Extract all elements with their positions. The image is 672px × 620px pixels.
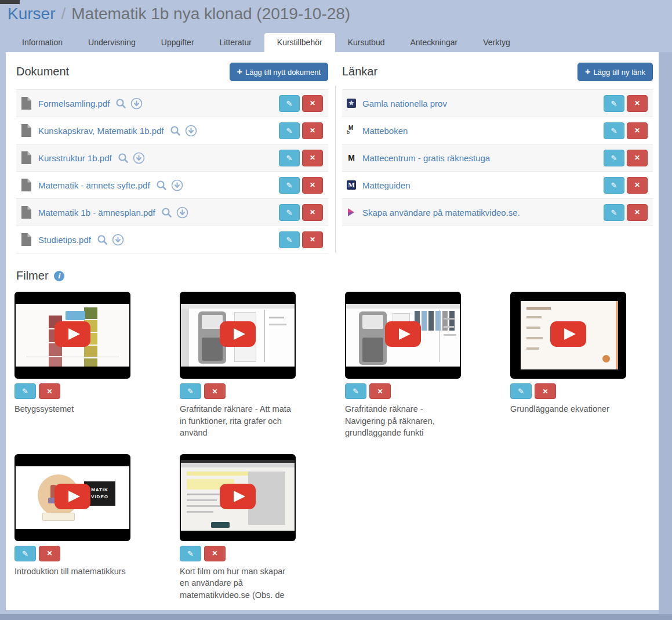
breadcrumb: Kurser/Matematik 1b nya klonad (2019-10-…: [8, 5, 350, 23]
file-icon: [21, 178, 32, 192]
edit-link-button[interactable]: ✎: [604, 122, 624, 139]
edit-video-button[interactable]: ✎: [14, 546, 36, 561]
delete-document-button[interactable]: ✕: [302, 177, 323, 194]
thumb-art: [84, 307, 97, 319]
delete-document-button[interactable]: ✕: [302, 122, 323, 139]
download-icon[interactable]: [130, 97, 143, 110]
add-link-button[interactable]: + Lägg till ny länk: [577, 63, 653, 81]
delete-link-button[interactable]: ✕: [627, 95, 648, 112]
edit-document-button[interactable]: ✎: [279, 177, 300, 194]
link-anchor[interactable]: Skapa användare på matematikvideo.se.: [362, 208, 520, 217]
edit-video-button[interactable]: ✎: [14, 383, 36, 399]
delete-video-button[interactable]: ✕: [369, 383, 391, 399]
document-link[interactable]: Formelsamling.pdf: [38, 99, 110, 108]
preview-icon[interactable]: [97, 234, 108, 245]
edit-document-button[interactable]: ✎: [279, 150, 300, 166]
tab-uppgifter[interactable]: Uppgifter: [148, 33, 207, 52]
link-anchor[interactable]: Matteboken: [362, 126, 408, 136]
tab-anteckningar[interactable]: Anteckningar: [397, 33, 470, 52]
delete-video-button[interactable]: ✕: [204, 546, 226, 561]
file-icon: [21, 233, 32, 246]
edit-link-button[interactable]: ✎: [604, 204, 624, 221]
delete-document-button[interactable]: ✕: [302, 95, 323, 112]
preview-icon[interactable]: [156, 180, 167, 191]
edit-document-button[interactable]: ✎: [279, 204, 300, 221]
video-thumbnail[interactable]: [14, 292, 130, 379]
video-grid: ✎ ✕ Betygssystemet: [14, 292, 652, 601]
delete-link-button[interactable]: ✕: [627, 122, 648, 139]
edit-link-button[interactable]: ✎: [604, 95, 624, 112]
preview-icon[interactable]: [161, 207, 172, 218]
tab-kurstillbehor[interactable]: Kurstillbehör: [264, 33, 335, 52]
delete-video-button[interactable]: ✕: [39, 383, 60, 399]
edit-video-button[interactable]: ✎: [180, 546, 201, 561]
link-anchor[interactable]: Matteguiden: [362, 180, 411, 190]
document-link[interactable]: Kursstruktur 1b.pdf: [38, 153, 112, 163]
navy-m-icon: M: [347, 180, 356, 190]
video-caption: Grafritande räknare - Att mata in funkti…: [180, 403, 296, 439]
close-icon: ✕: [310, 181, 315, 189]
delete-document-button[interactable]: ✕: [302, 231, 323, 248]
document-link[interactable]: Matematik - ämnets syfte.pdf: [38, 180, 150, 190]
play-button[interactable]: [220, 321, 256, 349]
play-button[interactable]: [55, 484, 90, 512]
tab-litteratur[interactable]: Litteratur: [207, 33, 264, 52]
video-thumbnail[interactable]: MATIKVIDEO: [14, 454, 130, 541]
delete-document-button[interactable]: ✕: [302, 150, 323, 166]
document-link[interactable]: Matematik 1b - ämnesplan.pdf: [38, 208, 155, 217]
edit-video-button[interactable]: ✎: [345, 383, 366, 399]
tab-verktyg[interactable]: Verktyg: [470, 33, 523, 52]
edit-document-button[interactable]: ✎: [279, 231, 300, 248]
breadcrumb-courses-link[interactable]: Kurser: [8, 5, 55, 23]
delete-link-button[interactable]: ✕: [627, 177, 648, 194]
video-thumbnail[interactable]: [180, 454, 296, 541]
play-button[interactable]: [550, 321, 586, 349]
tab-kursutbud[interactable]: Kursutbud: [335, 33, 398, 52]
delete-video-button[interactable]: ✕: [39, 546, 60, 561]
delete-link-button[interactable]: ✕: [627, 204, 648, 221]
link-anchor[interactable]: Mattecentrum - gratis räknestuga: [362, 153, 490, 163]
delete-video-button[interactable]: ✕: [204, 383, 226, 399]
file-icon: [21, 124, 32, 137]
edit-link-button[interactable]: ✎: [604, 177, 624, 194]
download-icon[interactable]: [112, 234, 124, 246]
delete-video-button[interactable]: ✕: [535, 383, 556, 399]
navy-crest-icon: [347, 99, 356, 108]
video-thumbnail[interactable]: [180, 292, 296, 379]
delete-document-button[interactable]: ✕: [302, 204, 323, 221]
document-link[interactable]: Studietips.pdf: [38, 235, 91, 245]
link-anchor[interactable]: Gamla nationella prov: [362, 99, 447, 108]
video-caption: Grafritande räknare - Navigering på räkn…: [345, 403, 461, 439]
thumb-art: MATIK: [91, 487, 108, 492]
info-icon[interactable]: i: [54, 271, 64, 281]
tab-undervisning[interactable]: Undervisning: [75, 33, 148, 52]
download-icon[interactable]: [176, 206, 188, 219]
add-document-button[interactable]: + Lägg till nytt dokument: [230, 63, 328, 81]
edit-video-button[interactable]: ✎: [510, 383, 532, 399]
document-link[interactable]: Kunskapskrav, Matematik 1b.pdf: [38, 126, 164, 136]
play-button[interactable]: [385, 321, 421, 349]
video-thumbnail[interactable]: [510, 292, 626, 379]
delete-link-button[interactable]: ✕: [627, 150, 648, 166]
preview-icon[interactable]: [170, 125, 181, 136]
preview-icon[interactable]: [118, 153, 129, 164]
close-icon: ✕: [542, 387, 548, 396]
pencil-icon: ✎: [286, 181, 293, 190]
edit-document-button[interactable]: ✎: [279, 95, 300, 112]
tab-bar: Information Undervisning Uppgifter Litte…: [9, 33, 523, 52]
edit-link-button[interactable]: ✎: [604, 150, 624, 166]
video-card: ✎ ✕ Grundläggande ekvationer: [510, 292, 626, 439]
edit-video-button[interactable]: ✎: [180, 383, 201, 399]
download-icon[interactable]: [133, 152, 145, 164]
download-icon[interactable]: [171, 179, 183, 191]
download-icon[interactable]: [185, 125, 197, 137]
edit-document-button[interactable]: ✎: [279, 122, 300, 139]
preview-icon[interactable]: [115, 98, 126, 109]
play-button[interactable]: [220, 484, 256, 512]
play-button[interactable]: [55, 321, 90, 349]
video-thumbnail[interactable]: [345, 292, 461, 379]
link-row: Mb Matteboken ✎ ✕: [342, 117, 653, 144]
tab-information[interactable]: Information: [9, 33, 75, 52]
video-caption: Grundläggande ekvationer: [510, 403, 626, 415]
close-icon: ✕: [310, 208, 315, 216]
